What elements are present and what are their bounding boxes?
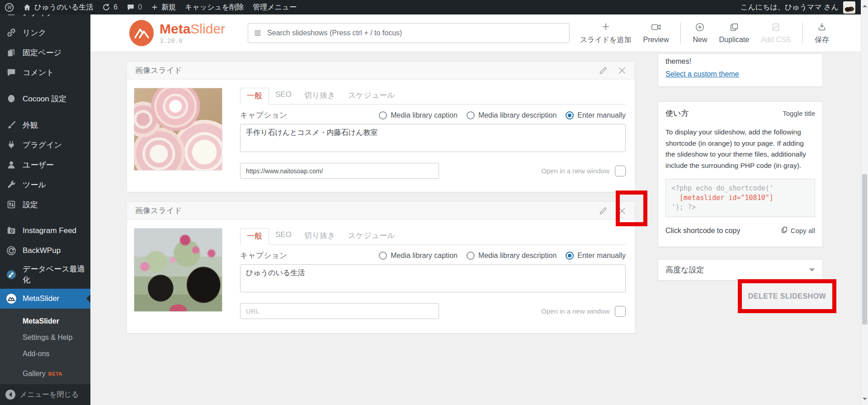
- caption-textarea[interactable]: 手作り石けんとコスメ・内藤石けん教室: [240, 124, 626, 152]
- clear-cache-link[interactable]: キャッシュを削除: [185, 3, 244, 12]
- radio-enter-manually[interactable]: Enter manually: [566, 111, 626, 119]
- radio-icon[interactable]: [379, 252, 387, 260]
- tab-crop[interactable]: 切り抜き: [298, 88, 342, 104]
- scroll-down-arrow[interactable]: [863, 398, 867, 402]
- new-window-checkbox[interactable]: [615, 306, 626, 317]
- shortcode-text[interactable]: [metaslider id="10810"]: [671, 193, 809, 203]
- radio-icon[interactable]: [467, 252, 475, 260]
- sidebar-item-db-optimize[interactable]: データベース最適化: [0, 261, 90, 289]
- media-icon: [5, 14, 17, 19]
- caption-textarea[interactable]: ひゅうのいる生活: [240, 264, 626, 292]
- circle-plus-icon: [695, 22, 705, 34]
- delete-slide-icon[interactable]: [618, 206, 627, 215]
- admin-menu-link[interactable]: 管理メニュー: [253, 3, 297, 12]
- caption-source-radios: Media library caption Media library desc…: [379, 111, 626, 119]
- add-slide-button[interactable]: スライドを追加: [580, 22, 632, 45]
- sidebar-item-settings[interactable]: 設定: [0, 195, 90, 214]
- user-avatar[interactable]: [843, 1, 855, 14]
- sidebar-item-instagram-feed[interactable]: Instagram Feed: [0, 221, 90, 241]
- slide-panel-title: 画像スライド: [135, 65, 182, 76]
- slide-panel-title: 画像スライド: [135, 205, 182, 216]
- radio-media-library-description[interactable]: Media library description: [467, 111, 557, 119]
- toggle-title-link[interactable]: Toggle title: [783, 110, 815, 117]
- backwpup-icon: [5, 245, 17, 257]
- new-window-checkbox[interactable]: [615, 166, 626, 176]
- sidebar-item-plugins[interactable]: プラグイン: [0, 135, 90, 155]
- tab-schedule[interactable]: スケジュール: [342, 228, 401, 244]
- slide-url-input[interactable]: [240, 303, 439, 319]
- tab-seo[interactable]: SEO: [269, 88, 298, 104]
- tab-seo[interactable]: SEO: [269, 228, 298, 244]
- radio-icon-checked[interactable]: [566, 111, 574, 119]
- radio-enter-manually[interactable]: Enter manually: [566, 252, 626, 260]
- sidebar-item-links[interactable]: リンク: [0, 23, 90, 43]
- chevron-down-icon: [809, 268, 815, 275]
- sidebar-item-appearance[interactable]: 外観: [0, 115, 90, 135]
- user-icon: [5, 159, 17, 171]
- delete-slide-icon[interactable]: [618, 66, 627, 75]
- cocoon-icon: [5, 93, 17, 105]
- toolbar-divider: [680, 23, 681, 43]
- wordpress-logo-menu[interactable]: W: [5, 3, 14, 12]
- tab-schedule[interactable]: スケジュール: [342, 88, 401, 104]
- comments-link[interactable]: 0: [127, 3, 142, 11]
- site-name: ひゅうのいる生活: [34, 3, 93, 12]
- tab-general[interactable]: 一般: [240, 88, 269, 105]
- plus-icon: [151, 4, 158, 11]
- edit-pencil-icon[interactable]: [599, 66, 608, 75]
- sidebar-item-media[interactable]: メディア: [0, 14, 90, 23]
- comment-icon: [5, 67, 17, 78]
- radio-media-library-description[interactable]: Media library description: [467, 252, 557, 260]
- user-greeting[interactable]: こんにちは、ひゅうママ さん: [741, 3, 839, 12]
- tab-crop[interactable]: 切り抜き: [298, 228, 342, 244]
- select-custom-theme-link[interactable]: Select a custom theme: [665, 70, 739, 78]
- app-version: 3.20.0: [160, 37, 225, 44]
- radio-icon-checked[interactable]: [566, 252, 574, 260]
- link-icon: [5, 27, 17, 38]
- radio-icon[interactable]: [379, 111, 387, 119]
- copy-hint-text: Click shortcode to copy: [665, 227, 740, 235]
- radio-media-library-caption[interactable]: Media library caption: [379, 252, 458, 260]
- new-content-link[interactable]: 新規: [151, 3, 176, 12]
- sidebar-item-metaslider[interactable]: MetaSlider: [0, 289, 90, 309]
- shortcode-box[interactable]: <?php echo do_shortcode(' [metaslider id…: [665, 179, 815, 217]
- new-slideshow-button[interactable]: New: [693, 22, 707, 44]
- sidebar-item-users[interactable]: ユーザー: [0, 155, 90, 175]
- edit-pencil-icon[interactable]: [599, 206, 608, 215]
- scroll-up-arrow[interactable]: [863, 3, 867, 7]
- submenu-item-settings-help[interactable]: Settings & Help: [0, 329, 90, 346]
- comment-bubble-icon: [127, 3, 135, 11]
- radio-media-library-caption[interactable]: Media library caption: [379, 111, 458, 119]
- slide-url-input[interactable]: [240, 163, 439, 179]
- wordpress-logo-icon: W: [5, 3, 14, 12]
- slide-thumbnail-dogs[interactable]: [134, 228, 222, 312]
- submenu-item-addons[interactable]: Add-ons: [0, 346, 90, 362]
- updates-link[interactable]: 6: [102, 3, 118, 11]
- collapse-arrow-icon: [5, 390, 15, 400]
- broom-icon: [5, 269, 17, 281]
- add-css-button[interactable]: Add CSS: [761, 22, 791, 44]
- sidebar-item-pages[interactable]: 固定ページ: [0, 43, 90, 62]
- collapse-menu-button[interactable]: メニューを閉じる: [0, 384, 90, 405]
- scrollbar-thumb[interactable]: [862, 174, 867, 324]
- sidebar-item-cocoon-settings[interactable]: Cocoon 設定: [0, 89, 90, 109]
- advanced-settings-row[interactable]: 高度な設定: [658, 259, 823, 281]
- admin-sidebar: メディア リンク 固定ページ コメント Cocoon 設定 外観 プラグイン: [0, 14, 90, 405]
- radio-icon[interactable]: [467, 111, 475, 119]
- submenu-item-metaslider[interactable]: MetaSlider: [0, 313, 90, 329]
- tab-general[interactable]: 一般: [240, 228, 269, 245]
- preview-button[interactable]: Preview: [643, 22, 669, 44]
- sidebar-item-backwpup[interactable]: BackWPup: [0, 241, 90, 261]
- slide-thumbnail-soap[interactable]: [134, 88, 222, 171]
- site-name-link[interactable]: ひゅうのいる生活: [23, 3, 93, 12]
- delete-slideshow-button[interactable]: DELETE SLIDESHOW: [748, 292, 826, 300]
- sidebar-item-comments[interactable]: コメント: [0, 62, 90, 82]
- header-toolbar: スライドを追加 Preview New Duplicate Add CSS: [580, 22, 829, 45]
- vertical-scrollbar[interactable]: [861, 0, 868, 405]
- duplicate-button[interactable]: Duplicate: [719, 22, 749, 44]
- submenu-item-gallery[interactable]: GalleryBETA: [0, 366, 90, 382]
- sidebar-item-tools[interactable]: ツール: [0, 175, 90, 195]
- search-input[interactable]: [248, 23, 570, 43]
- save-button[interactable]: 保存: [815, 22, 829, 45]
- copy-all-button[interactable]: Copy all: [781, 226, 815, 235]
